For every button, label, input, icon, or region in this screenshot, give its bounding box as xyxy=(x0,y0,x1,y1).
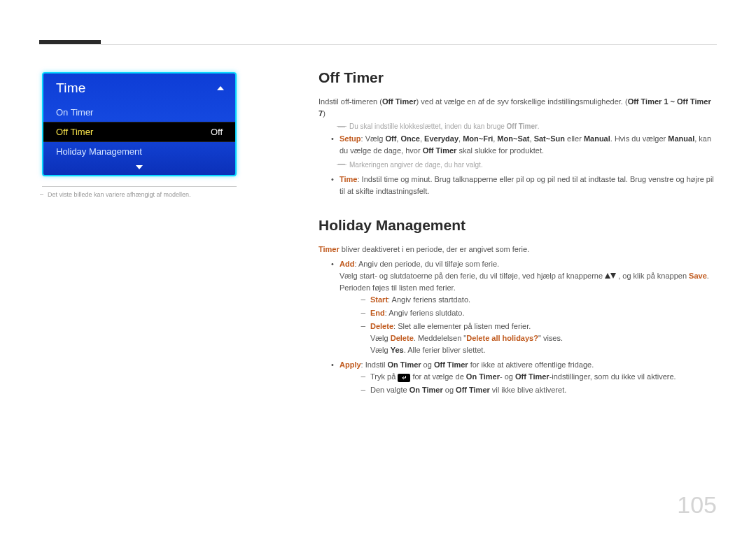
off-timer-clock-note: ― Du skal indstille klokkeslættet, inden… xyxy=(340,122,715,130)
off-timer-intro: Indstil off-timeren (Off Timer) ved at v… xyxy=(318,96,715,120)
holiday-apply-sub1: Tryk på for at vælge de On Timer- og Off… xyxy=(360,371,715,383)
tv-item-off-timer[interactable]: Off Timer Off xyxy=(43,122,235,142)
off-timer-time-item: Time: Indstil time og minut. Brug talkna… xyxy=(331,174,715,197)
holiday-add-item: Add: Angiv den periode, du vil tilføje s… xyxy=(331,258,715,356)
page-number: 105 xyxy=(677,491,717,519)
off-timer-heading: Off Timer xyxy=(318,69,715,86)
holiday-delete-line2: Vælg Delete. Meddelelsen "Delete all hol… xyxy=(370,332,715,344)
holiday-apply-sub2: Den valgte On Timer og Off Timer vil ikk… xyxy=(360,384,715,396)
tv-menu-panel: Time On Timer Off Timer Off Holiday Mana… xyxy=(42,72,237,176)
sidebar-separator xyxy=(42,186,237,187)
enter-key-icon xyxy=(398,374,410,382)
holiday-start: Start: Angiv feriens startdato. xyxy=(360,294,715,306)
holiday-delete: Delete: Slet alle elementer på listen me… xyxy=(360,321,715,356)
tv-chevron-down-row xyxy=(43,161,235,172)
holiday-apply-item: Apply: Indstil On Timer og Off Timer for… xyxy=(331,359,715,396)
tv-menu-title-row: Time xyxy=(43,73,235,103)
holiday-intro: Timer bliver deaktiveret i en periode, d… xyxy=(318,244,715,255)
tv-item-on-timer[interactable]: On Timer xyxy=(43,103,235,122)
holiday-add-line2: Vælg start- og slutdatoerne på den ferie… xyxy=(340,270,715,282)
holiday-heading: Holiday Management xyxy=(318,217,715,234)
svg-marker-1 xyxy=(610,273,616,279)
holiday-delete-line3: Vælg Yes. Alle ferier bliver slettet. xyxy=(370,344,715,356)
up-down-triangle-icon xyxy=(605,273,616,280)
holiday-apply-sublist: Tryk på for at vælge de On Timer- og Off… xyxy=(360,371,715,396)
off-timer-setup-note: ―Markeringen angiver de dage, du har val… xyxy=(340,160,715,171)
tv-menu-title: Time xyxy=(56,80,86,96)
off-timer-setup-item: Setup: Vælg Off, Once, Everyday, Mon~Fri… xyxy=(331,133,715,171)
holiday-add-line3: Perioden føjes til listen med ferier. xyxy=(340,282,715,294)
sidebar-caption: Det viste billede kan variere afhængigt … xyxy=(42,191,237,198)
holiday-section: Holiday Management Timer bliver deaktive… xyxy=(318,217,715,397)
holiday-end: End: Angiv feriens slutdato. xyxy=(360,307,715,319)
svg-marker-0 xyxy=(605,273,610,279)
main-content: Off Timer Indstil off-timeren (Off Timer… xyxy=(318,69,715,399)
tv-item-holiday[interactable]: Holiday Management xyxy=(43,142,235,161)
tv-item-off-timer-value: Off xyxy=(211,127,223,137)
off-timer-list: Setup: Vælg Off, Once, Everyday, Mon~Fri… xyxy=(331,133,715,197)
holiday-list: Add: Angiv den periode, du vil tilføje s… xyxy=(331,258,715,397)
holiday-add-sublist: Start: Angiv feriens startdato. End: Ang… xyxy=(360,294,715,356)
tv-item-off-timer-label: Off Timer xyxy=(56,127,93,137)
chevron-up-icon[interactable] xyxy=(217,86,224,90)
sidebar: Time On Timer Off Timer Off Holiday Mana… xyxy=(42,72,237,198)
chevron-down-icon[interactable] xyxy=(136,165,143,169)
header-rule xyxy=(39,44,717,45)
